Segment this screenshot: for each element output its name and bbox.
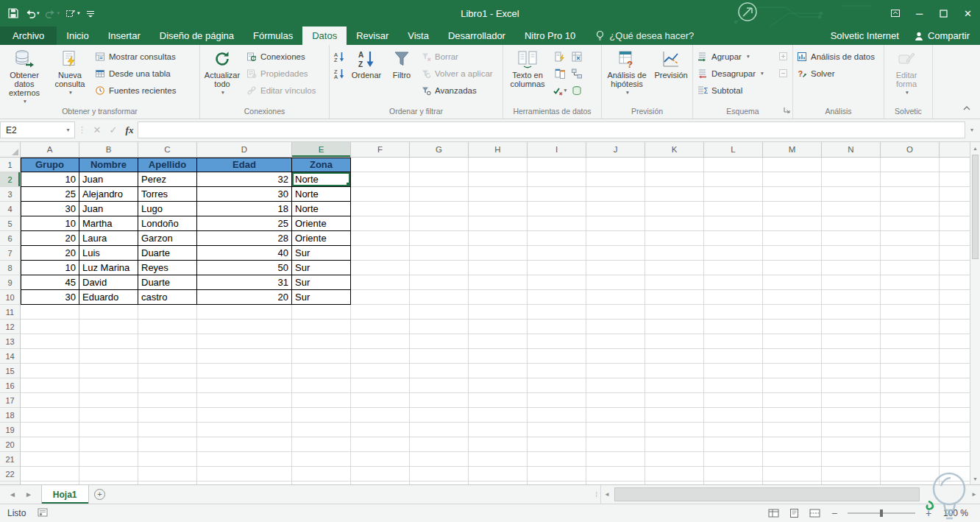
zoom-slider[interactable] bbox=[848, 512, 915, 514]
formula-input[interactable] bbox=[138, 121, 965, 138]
vertical-scroll-thumb[interactable] bbox=[972, 155, 979, 259]
cell-J4[interactable] bbox=[586, 202, 645, 216]
cell-C8[interactable]: Reyes bbox=[138, 261, 197, 275]
column-header-M[interactable]: M bbox=[763, 142, 822, 157]
cell-N9[interactable] bbox=[822, 275, 881, 290]
cell-B16[interactable] bbox=[79, 378, 138, 393]
cell-D12[interactable] bbox=[197, 320, 292, 334]
cell-J1[interactable] bbox=[586, 158, 645, 172]
show-detail-button[interactable] bbox=[775, 48, 792, 65]
row-header-5[interactable]: 5 bbox=[0, 216, 21, 231]
what-if-analysis-button[interactable]: ? Análisis de hipótesis▾ bbox=[603, 46, 651, 106]
cell-H2[interactable] bbox=[469, 172, 528, 187]
cell-D8[interactable]: 50 bbox=[197, 261, 292, 275]
cell-L1[interactable] bbox=[704, 158, 763, 172]
cell-D19[interactable] bbox=[197, 423, 292, 437]
redo-dropdown-arrow[interactable]: ▾ bbox=[57, 10, 60, 16]
new-query-button[interactable]: Nueva consulta▾ bbox=[48, 46, 92, 106]
cell-M10[interactable] bbox=[763, 290, 822, 305]
cell-H12[interactable] bbox=[469, 320, 528, 334]
cell-B5[interactable]: Martha bbox=[79, 216, 138, 231]
cell-F8[interactable] bbox=[351, 261, 410, 275]
outline-dialog-launcher[interactable] bbox=[783, 105, 790, 116]
column-header-I[interactable]: I bbox=[528, 142, 586, 157]
cell-K1[interactable] bbox=[645, 158, 704, 172]
cell-D14[interactable] bbox=[197, 349, 292, 364]
cell-B21[interactable] bbox=[79, 452, 138, 467]
cell-G16[interactable] bbox=[410, 378, 469, 393]
customize-qat-button[interactable] bbox=[85, 8, 96, 18]
cell-O10[interactable] bbox=[881, 290, 940, 305]
cell-D3[interactable]: 30 bbox=[197, 187, 292, 202]
cell-N3[interactable] bbox=[822, 187, 881, 202]
get-external-data-button[interactable]: Obtener datos externos▾ bbox=[1, 46, 48, 106]
cell-B7[interactable]: Luis bbox=[79, 246, 138, 261]
cell-E14[interactable] bbox=[292, 349, 351, 364]
sort-ascending-button[interactable]: AZ bbox=[330, 48, 347, 65]
cell-H8[interactable] bbox=[469, 261, 528, 275]
cell-J18[interactable] bbox=[586, 408, 645, 423]
cell-G3[interactable] bbox=[410, 187, 469, 202]
cell-M19[interactable] bbox=[763, 423, 822, 437]
cell-N22[interactable] bbox=[822, 467, 881, 482]
cell-N12[interactable] bbox=[822, 320, 881, 334]
save-button[interactable] bbox=[7, 7, 19, 19]
cell-A10[interactable]: 30 bbox=[21, 290, 79, 305]
cell-C3[interactable]: Torres bbox=[138, 187, 197, 202]
cell-C7[interactable]: Duarte bbox=[138, 246, 197, 261]
cell-J12[interactable] bbox=[586, 320, 645, 334]
row-header-15[interactable]: 15 bbox=[0, 364, 21, 378]
cell-J16[interactable] bbox=[586, 378, 645, 393]
cell-O14[interactable] bbox=[881, 349, 940, 364]
cell-M13[interactable] bbox=[763, 334, 822, 349]
select-all-corner[interactable] bbox=[0, 142, 21, 157]
refresh-all-button[interactable]: Actualizar todo▾ bbox=[201, 46, 244, 106]
cell-N14[interactable] bbox=[822, 349, 881, 364]
cell-A16[interactable] bbox=[21, 378, 79, 393]
cell-N15[interactable] bbox=[822, 364, 881, 378]
cell-O20[interactable] bbox=[881, 437, 940, 452]
collapse-ribbon-button[interactable] bbox=[962, 101, 971, 114]
cell-A8[interactable]: 10 bbox=[21, 261, 79, 275]
cell-F3[interactable] bbox=[351, 187, 410, 202]
insert-function-button[interactable]: fx bbox=[121, 124, 138, 136]
cell-I3[interactable] bbox=[528, 187, 586, 202]
cell-O5[interactable] bbox=[881, 216, 940, 231]
tab-desarrollador[interactable]: Desarrollador bbox=[438, 27, 515, 45]
hide-detail-button[interactable] bbox=[775, 65, 792, 82]
cell-I20[interactable] bbox=[528, 437, 586, 452]
remove-duplicates-button[interactable] bbox=[551, 65, 568, 82]
maximize-button[interactable] bbox=[931, 0, 956, 27]
relationships-button[interactable] bbox=[568, 65, 585, 82]
cell-G7[interactable] bbox=[410, 246, 469, 261]
cell-N10[interactable] bbox=[822, 290, 881, 305]
cell-A19[interactable] bbox=[21, 423, 79, 437]
cell-L13[interactable] bbox=[704, 334, 763, 349]
undo-dropdown-arrow[interactable]: ▾ bbox=[37, 10, 40, 16]
cell-K22[interactable] bbox=[645, 467, 704, 482]
column-header-F[interactable]: F bbox=[351, 142, 410, 157]
cell-H1[interactable] bbox=[469, 158, 528, 172]
cell-O17[interactable] bbox=[881, 393, 940, 408]
cell-F10[interactable] bbox=[351, 290, 410, 305]
recent-sources-button[interactable]: Fuentes recientes bbox=[92, 82, 179, 99]
cell-H11[interactable] bbox=[469, 305, 528, 320]
cell-I7[interactable] bbox=[528, 246, 586, 261]
cell-M15[interactable] bbox=[763, 364, 822, 378]
cell-C17[interactable] bbox=[138, 393, 197, 408]
column-header-O[interactable]: O bbox=[881, 142, 940, 157]
vertical-scrollbar[interactable]: ▲ ▼ bbox=[970, 142, 980, 484]
cell-N4[interactable] bbox=[822, 202, 881, 216]
scroll-left-arrow[interactable]: ◄ bbox=[601, 491, 613, 498]
cell-H20[interactable] bbox=[469, 437, 528, 452]
new-sheet-button[interactable]: + bbox=[89, 485, 111, 504]
row-header-16[interactable]: 16 bbox=[0, 378, 21, 393]
cell-L21[interactable] bbox=[704, 452, 763, 467]
cell-C6[interactable]: Garzon bbox=[138, 231, 197, 246]
manage-data-model-button[interactable] bbox=[568, 82, 585, 99]
cell-D21[interactable] bbox=[197, 452, 292, 467]
cell-G10[interactable] bbox=[410, 290, 469, 305]
account-name[interactable]: Solvetic Internet bbox=[831, 30, 899, 41]
cell-L8[interactable] bbox=[704, 261, 763, 275]
column-header-D[interactable]: D bbox=[197, 142, 292, 157]
